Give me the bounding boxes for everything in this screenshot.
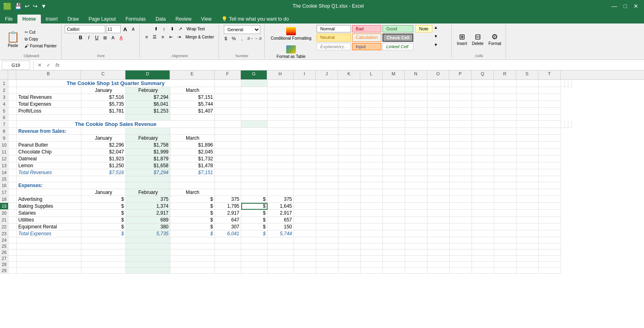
cell-S6[interactable] — [516, 115, 539, 121]
cell-P10[interactable] — [450, 142, 472, 149]
cell-H18[interactable]: 375 — [268, 196, 294, 203]
cell-N21[interactable] — [405, 217, 427, 224]
cell-E26[interactable] — [170, 249, 215, 256]
cell-H29[interactable] — [268, 268, 294, 274]
cell-M29[interactable] — [383, 268, 405, 274]
cut-button[interactable]: ✂Cut — [23, 29, 59, 36]
col-header-f[interactable]: F — [215, 70, 241, 79]
cell-B1[interactable]: The Cookie Shop 1st Quarter Summary — [17, 80, 215, 87]
cell-G25[interactable] — [241, 243, 268, 249]
cell-E4[interactable]: $5,744 — [170, 101, 215, 108]
cell-J5[interactable] — [316, 108, 338, 115]
cell-Q11[interactable] — [472, 149, 494, 155]
cell-a14[interactable] — [9, 169, 17, 176]
cell-D26[interactable] — [126, 249, 170, 256]
cell-B3[interactable]: Total Revenues — [17, 94, 81, 101]
cell-D17[interactable]: February — [126, 189, 170, 196]
cell-L3[interactable] — [361, 94, 383, 101]
cell-R13[interactable] — [494, 162, 516, 169]
cell-F13[interactable] — [215, 162, 241, 169]
cell-M28[interactable] — [383, 262, 405, 268]
cell-G21[interactable]: $ — [241, 217, 268, 224]
cell-P28[interactable] — [450, 262, 472, 268]
cell-S4[interactable] — [516, 101, 539, 108]
cell-L25[interactable] — [361, 243, 383, 249]
cell-Q15[interactable] — [472, 176, 494, 182]
cell-R2[interactable] — [494, 87, 516, 94]
cell-K4[interactable] — [338, 101, 361, 108]
cell-N5[interactable] — [405, 108, 427, 115]
cell-F9[interactable] — [215, 135, 241, 142]
cell-J10[interactable] — [316, 142, 338, 149]
cell-Q21[interactable] — [472, 217, 494, 224]
cell-a5[interactable] — [9, 108, 17, 115]
cell-I10[interactable] — [294, 142, 316, 149]
align-center-btn[interactable]: ☰ — [151, 33, 158, 40]
cell-M22[interactable] — [383, 224, 405, 230]
cell-C1[interactable] — [215, 80, 241, 87]
cell-M21[interactable] — [383, 217, 405, 224]
cell-E29[interactable] — [170, 268, 215, 274]
cell-F22[interactable]: 307 — [215, 224, 241, 230]
col-header-b[interactable]: B — [16, 70, 81, 79]
cell-D18[interactable]: 375 — [126, 196, 170, 203]
cell-F3[interactable] — [215, 94, 241, 101]
style-input-btn[interactable]: Input — [352, 43, 381, 50]
cell-O28[interactable] — [427, 262, 450, 268]
cell-K24[interactable] — [338, 237, 361, 243]
cell-G12[interactable] — [241, 155, 268, 162]
cell-F1[interactable] — [294, 80, 316, 87]
cell-N24[interactable] — [405, 237, 427, 243]
cell-Q6[interactable] — [472, 115, 494, 121]
cell-B2[interactable] — [17, 87, 81, 94]
cell-E25[interactable] — [170, 243, 215, 249]
cell-I9[interactable] — [294, 135, 316, 142]
cell-E7[interactable] — [268, 121, 294, 128]
cell-F21[interactable]: 647 — [215, 217, 241, 224]
merge-center-btn[interactable]: Merge & Center — [183, 34, 216, 40]
cell-I1[interactable] — [361, 80, 383, 87]
cell-N15[interactable] — [405, 176, 427, 182]
cell-D8[interactable] — [126, 128, 170, 135]
cell-a1[interactable] — [9, 80, 17, 87]
cell-T13[interactable] — [539, 162, 561, 169]
cell-J2[interactable] — [316, 87, 338, 94]
cell-R11[interactable] — [494, 149, 516, 155]
cell-G13[interactable] — [241, 162, 268, 169]
tab-insert[interactable]: Insert — [41, 15, 63, 23]
confirm-formula-btn[interactable]: ✓ — [44, 62, 53, 69]
cell-S29[interactable] — [516, 268, 539, 274]
cell-F19[interactable]: 1,795 — [215, 203, 241, 210]
cell-O13[interactable] — [427, 162, 450, 169]
cell-L21[interactable] — [361, 217, 383, 224]
cell-N29[interactable] — [405, 268, 427, 274]
cell-D15[interactable] — [126, 176, 170, 182]
cell-a7[interactable] — [9, 121, 17, 128]
tab-review[interactable]: Review — [170, 15, 196, 23]
cell-J27[interactable] — [316, 256, 338, 262]
cell-E1[interactable] — [268, 80, 294, 87]
cell-I23[interactable] — [294, 230, 316, 237]
cell-B15[interactable] — [17, 176, 81, 182]
cell-G11[interactable] — [241, 149, 268, 155]
cell-O14[interactable] — [427, 169, 450, 176]
cell-D11[interactable]: $1,999 — [126, 149, 170, 155]
cell-E23[interactable]: $ — [170, 230, 215, 237]
cell-H11[interactable] — [268, 149, 294, 155]
cell-R18[interactable] — [494, 196, 516, 203]
cell-Q20[interactable] — [472, 210, 494, 217]
cell-N10[interactable] — [405, 142, 427, 149]
cell-H4[interactable] — [268, 101, 294, 108]
cell-L5[interactable] — [361, 108, 383, 115]
cell-H14[interactable] — [268, 169, 294, 176]
cell-Q22[interactable] — [472, 224, 494, 230]
align-left-btn[interactable]: ≡ — [143, 33, 150, 40]
cell-J21[interactable] — [316, 217, 338, 224]
number-format-select[interactable]: General Number Currency Accounting Short… — [224, 25, 260, 34]
cell-R12[interactable] — [494, 155, 516, 162]
cell-N1[interactable] — [472, 80, 494, 87]
cell-M15[interactable] — [383, 176, 405, 182]
cell-K16[interactable] — [338, 182, 361, 189]
cell-O15[interactable] — [427, 176, 450, 182]
cell-O3[interactable] — [427, 94, 450, 101]
